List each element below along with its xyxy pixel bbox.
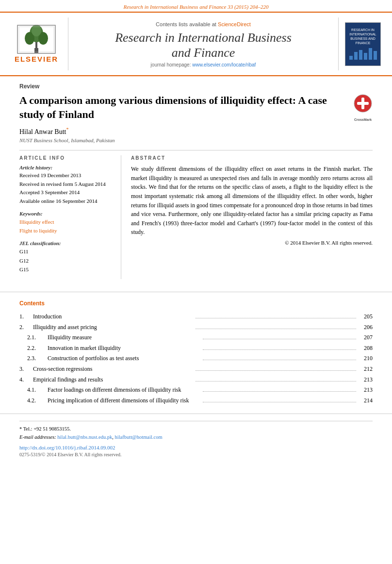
toc-page-3: 212 [358,364,373,375]
article-type-label: Review [19,83,373,90]
cover-image: RESEARCH IN INTERNATIONAL BUSINESS AND F… [345,22,381,66]
toc-num-2-2: 2.2. [27,343,48,354]
homepage-url-link[interactable]: www.elsevier.com/locate/ribaf [192,62,256,67]
abstract-column: ABSTRACT We study different dimensions o… [131,155,373,279]
jel-g12: G12 [19,256,114,265]
received-original: Received 19 December 2013 [19,171,114,180]
available-online: Available online 16 September 2014 [19,197,114,206]
abstract-text: We study different dimensions of the ill… [131,165,373,237]
received-revised: Received in revised form 5 August 2014 [19,180,114,189]
article-title-row: A comparison among various dimensions of… [19,94,373,121]
svg-rect-11 [364,53,367,60]
journal-title-area: Contents lists available at ScienceDirec… [68,17,339,70]
footnote-star: * [19,426,22,431]
cover-image-text: RESEARCH IN INTERNATIONAL BUSINESS AND F… [349,28,376,45]
toc-item-4-2: 4.2. Pricing implication of different di… [19,396,373,406]
jel-block: JEL classification: G11 G12 G15 [19,240,114,274]
toc-page-1: 205 [358,312,373,322]
toc-title-4-2: Pricing implication of different dimensi… [48,396,201,406]
keywords-block: Keywords: Illiquidity effect Flight to l… [19,211,114,235]
toc-title-2-2: Innovation in market illiquidity [48,343,201,354]
toc-num-4-2: 4.2. [27,396,48,406]
toc-item-2: 2. Illiquidity and asset pricing 206 [19,322,373,333]
toc-item-2-1: 2.1. Illiquidity measure 207 [19,332,373,343]
toc-dots-4-2 [203,402,356,402]
email-label: E-mail addresses: [19,434,56,440]
toc-title-3: Cross-section regressions [33,364,194,375]
science-direct-link[interactable]: ScienceDirect [218,21,251,27]
issn-rights-text: 0275-5319/© 2014 Elsevier B.V. All right… [19,452,373,457]
crossmark-icon [353,94,373,113]
elsevier-tree-icon [17,25,56,54]
section-divider-1 [0,292,392,292]
article-content: Review A comparison among various dimens… [0,76,392,284]
toc-page-2-3: 210 [358,353,373,364]
history-label: Article history: [19,165,114,170]
toc-num-4: 4. [19,375,33,385]
copyright-line: © 2014 Elsevier B.V. All rights reserved… [131,240,373,246]
contents-available-text: Contents lists available at ScienceDirec… [76,20,330,28]
toc-list: 1. Introduction 205 2. Illiquidity and a… [19,312,373,406]
toc-item-2-3: 2.3. Construction of portfolios as test … [19,353,373,364]
toc-dots-2-3 [203,360,356,360]
jel-g15: G15 [19,265,114,274]
cover-chart-icon [348,47,377,61]
toc-page-4: 213 [358,375,373,385]
journal-reference: Research in International Business and F… [124,4,269,10]
toc-title-2-3: Construction of portfolios as test asset… [48,353,201,364]
doi-link[interactable]: http://dx.doi.org/10.1016/j.ribaf.2014.0… [19,445,373,450]
email2-link[interactable]: hilafbutt@hotmail.com [115,434,163,440]
toc-item-4: 4. Empirical findings and results 213 [19,375,373,385]
abstract-heading: ABSTRACT [131,155,373,161]
journal-homepage: journal homepage: www.elsevier.com/locat… [76,62,330,67]
toc-num-4-1: 4.1. [27,385,48,396]
svg-rect-16 [357,102,369,105]
toc-num-1: 1. [19,312,33,322]
tel-number: +92 51 90853155. [33,426,71,431]
footer-divider [19,421,373,421]
toc-num-3: 3. [19,364,33,375]
keywords-label: Keywords: [19,211,114,216]
toc-title-1: Introduction [33,312,194,322]
toc-page-4-1: 213 [358,385,373,396]
footnote-text: * Tel.: +92 51 90853155. E-mail addresse… [19,425,373,442]
svg-rect-13 [374,51,377,60]
article-info-column: ARTICLE INFO Article history: Received 1… [19,155,121,279]
toc-title-4: Empirical findings and results [33,375,194,385]
tel-label: Tel.: [23,426,33,431]
toc-dots-1 [196,318,356,318]
jel-g11: G11 [19,247,114,256]
svg-rect-12 [369,48,372,60]
keyword-2: Flight to liquidity [19,226,114,235]
toc-page-4-2: 214 [358,396,373,406]
journal-main-title: Research in International Business and F… [76,30,330,60]
toc-num-2: 2. [19,322,33,333]
toc-num-2-1: 2.1. [27,332,48,343]
toc-item-2-2: 2.2. Innovation in market illiquidity 20… [19,343,373,354]
article-history-block: Article history: Received 19 December 20… [19,165,114,205]
contents-section: Contents 1. Introduction 205 2. Illiquid… [0,300,392,406]
toc-dots-4-1 [203,391,356,392]
page: Research in International Business and F… [0,0,392,564]
article-title-text: A comparison among various dimensions of… [19,94,348,121]
article-info-heading: ARTICLE INFO [19,155,114,161]
svg-rect-10 [359,50,362,60]
toc-dots-2-2 [203,349,356,350]
author-sup: * [66,127,68,132]
svg-point-5 [32,25,41,36]
toc-dots-2-1 [203,339,356,339]
email1-link[interactable]: hilal.butt@nbs.nust.edu.pk [57,434,112,440]
footer-area: * Tel.: +92 51 90853155. E-mail addresse… [0,414,392,462]
toc-dots-3 [196,370,356,371]
elsevier-logo: ELSEVIER [10,25,63,63]
two-column-section: ARTICLE INFO Article history: Received 1… [19,150,373,279]
svg-rect-9 [354,52,358,60]
journal-header: ELSEVIER Contents lists available at Sci… [0,13,392,76]
toc-dots-4 [196,381,356,382]
jel-label: JEL classification: [19,240,114,246]
journal-cover: RESEARCH IN INTERNATIONAL BUSINESS AND F… [343,22,382,66]
crossmark-badge: CrossMark [353,94,373,113]
crossmark-label: CrossMark [353,117,373,122]
toc-page-2: 206 [358,322,373,333]
journal-ref-bar: Research in International Business and F… [0,0,392,13]
